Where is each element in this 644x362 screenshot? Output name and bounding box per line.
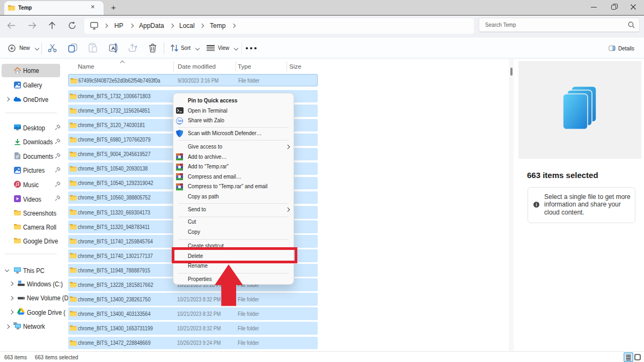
svg-text:A: A [112, 45, 115, 51]
svg-text:Zalo: Zalo [178, 120, 183, 122]
